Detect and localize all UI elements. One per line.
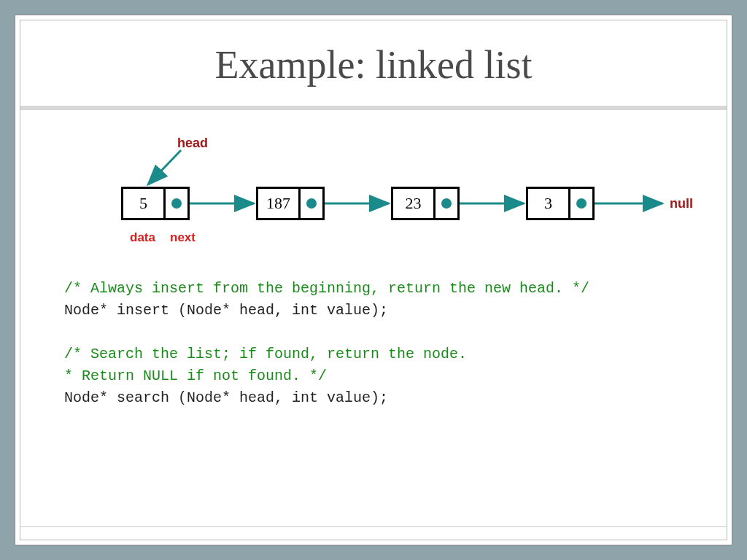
node-data: 187: [258, 189, 301, 218]
code-comment: /* Always insert from the beginning, ret…: [64, 278, 683, 300]
pointer-dot-icon: [576, 198, 587, 209]
node-data: 3: [528, 189, 570, 218]
list-node: 23: [391, 187, 460, 220]
node-next: [436, 189, 457, 218]
pointer-dot-icon: [441, 198, 452, 209]
node-data: 5: [123, 189, 166, 218]
slide-inner-frame: Example: linked list head data next null: [20, 20, 727, 540]
null-label: null: [670, 196, 693, 211]
pointer-dot-icon: [306, 198, 317, 209]
node-next: [570, 189, 592, 218]
content-area: head data next null: [20, 110, 727, 526]
node-next: [166, 189, 187, 218]
head-label: head: [177, 136, 208, 151]
bottom-rule: [20, 526, 727, 540]
node-next: [301, 189, 322, 218]
list-node: 5: [121, 187, 190, 220]
list-node: 3: [526, 187, 595, 220]
code-comment: * Return NULL if not found. */: [64, 365, 683, 387]
next-label: next: [170, 230, 196, 245]
linked-list-diagram: head data next null: [64, 132, 683, 263]
data-label: data: [130, 230, 155, 245]
node-data: 23: [393, 189, 436, 218]
pointer-dot-icon: [171, 198, 182, 209]
code-comment: /* Search the list; if found, return the…: [64, 343, 683, 365]
slide-outer-frame: Example: linked list head data next null: [15, 15, 732, 545]
title-section: Example: linked list: [20, 20, 727, 106]
code-block: /* Always insert from the beginning, ret…: [64, 278, 683, 409]
code-line: Node* search (Node* head, int value);: [64, 387, 683, 409]
code-line: Node* insert (Node* head, int value);: [64, 300, 683, 322]
slide-title: Example: linked list: [20, 42, 727, 88]
svg-line-1: [148, 150, 181, 184]
list-node: 187: [256, 187, 325, 220]
